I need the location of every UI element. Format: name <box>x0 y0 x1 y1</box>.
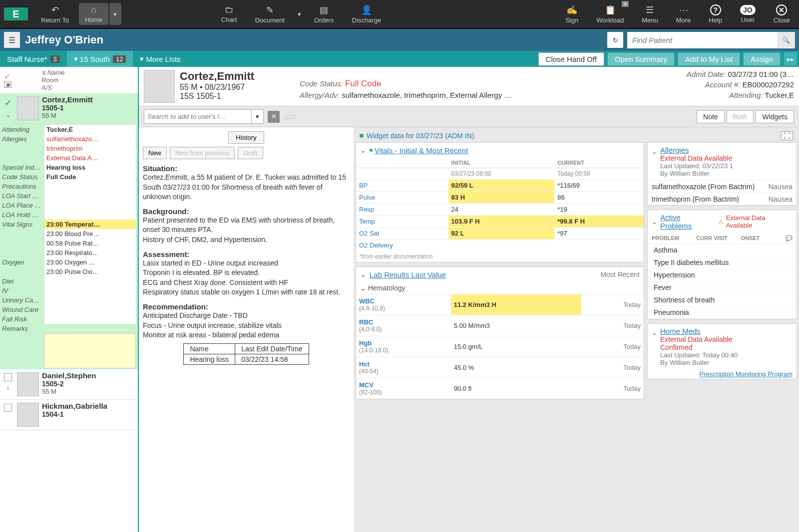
draft-button[interactable]: Draft <box>238 147 263 159</box>
clear-button[interactable]: ✕ <box>268 111 280 123</box>
checkbox[interactable] <box>4 404 12 412</box>
search-add-input[interactable] <box>144 109 252 124</box>
app-logo[interactable]: E <box>4 7 28 20</box>
meds-title[interactable]: Home Meds <box>660 327 738 335</box>
widgets-button[interactable]: Widgets <box>756 110 794 123</box>
check-icon[interactable]: ✓ <box>4 97 12 108</box>
document-button[interactable]: ✎ Document <box>246 0 294 28</box>
chevron-right-icon[interactable]: › <box>7 384 9 392</box>
allergy-external: External Data Available <box>660 154 733 162</box>
sort-room[interactable]: Room <box>41 76 64 84</box>
vitals-curr-time: Today 00:58 <box>554 168 644 180</box>
toggle-icon[interactable]: ⊙≡ <box>284 111 297 122</box>
patient-age: 55 M <box>42 388 136 395</box>
home-icon: ⌂ <box>91 4 96 15</box>
dlabel-urinary: Urinary Ca… <box>2 295 44 305</box>
orders-button[interactable]: ▤ Orders <box>305 0 343 28</box>
sign-button[interactable]: ✍ Sign <box>556 0 587 28</box>
search-add-dropdown[interactable]: ▾ <box>252 109 264 124</box>
dval-vital-2: 00:58 Pulse Rat… <box>44 239 136 248</box>
return-to-button[interactable]: ↶ Return To <box>32 0 78 28</box>
find-patient-search: 🔍 <box>627 32 795 48</box>
add-to-list-button[interactable]: Add to My List <box>678 52 740 66</box>
chevron-down-icon[interactable]: ⌄ <box>360 270 367 279</box>
patient-age: 55 M <box>42 112 136 119</box>
allergy-drug: sulfamethoxazole (From Bactrim) <box>652 183 755 191</box>
return-to-label: Return To <box>41 16 69 24</box>
tab-bar: Staff Nurse* 3 ▾ 15 South 12 ▾ More List… <box>0 51 799 67</box>
vitals-table: INITIALCURRENT 03/27/23 08:00Today 00:58… <box>356 158 644 251</box>
tab-staff-nurse[interactable]: Staff Nurse* 3 <box>0 51 67 67</box>
prescription-monitoring-link[interactable]: Prescription Monitoring Program <box>648 369 797 379</box>
menu-button[interactable]: ☰ Menu <box>633 0 667 28</box>
lab-name-cell: Hgb(14.0-18.0) <box>356 336 451 357</box>
tab-staff-nurse-count: 3 <box>50 55 60 63</box>
chevron-down-icon[interactable]: ⌄ <box>652 218 657 226</box>
chevron-down-icon[interactable]: ⌄ <box>652 148 657 155</box>
vitals-title[interactable]: Vitals - Initial & Most Recent <box>375 146 468 155</box>
more-icon: ⋯ <box>679 4 688 15</box>
discharge-button[interactable]: 👤 Discharge <box>343 0 391 28</box>
find-patient-input[interactable] <box>627 32 777 48</box>
note-th-date: Last Edit Date/Time <box>235 343 309 354</box>
close-button[interactable]: ✕ Close <box>765 0 799 28</box>
tab-15-south-count: 12 <box>113 55 126 63</box>
assign-button[interactable]: Assign <box>743 52 781 66</box>
patient-card-cortez[interactable]: ✓ ⌄ Cortez,Emmitt 1505-1 55 M <box>0 93 138 124</box>
lab-value: 90.0 fl <box>451 378 581 399</box>
more-button[interactable]: ⋯ More <box>667 0 700 28</box>
refresh-button[interactable]: ↻ <box>607 32 623 48</box>
patient-name: Daniel,Stephen <box>42 371 136 380</box>
archive-icon[interactable]: ▣ <box>4 81 11 88</box>
pt-demographics: 55 M • 08/23/1967 <box>180 83 300 92</box>
widget-column: Widget data for 03/27/23 (ADM IN) ⛶ ⌄ Vi… <box>354 127 799 532</box>
attending-label: Attending: <box>729 91 763 99</box>
history-button[interactable]: History <box>228 131 264 144</box>
hamburger-button[interactable]: ☰ <box>4 32 20 48</box>
widget-banner-text: Widget data for 03/27/23 (ADM IN) <box>367 132 474 140</box>
search-icon-button[interactable]: 🔍 <box>777 32 795 48</box>
user-button[interactable]: JO User <box>731 0 765 28</box>
help-button[interactable]: ? Help <box>700 0 731 28</box>
problem-row: Fever <box>648 281 797 294</box>
dlabel-code: Code Status <box>2 172 44 182</box>
document-dropdown[interactable]: ▾ <box>294 0 305 28</box>
home-dropdown[interactable]: ▾ <box>109 3 121 25</box>
remarks-textarea[interactable] <box>44 333 136 368</box>
new-from-prev-button[interactable]: New from previous <box>170 147 235 159</box>
sort-name[interactable]: Name <box>47 69 65 76</box>
vitals-initial: 92 L <box>448 228 555 240</box>
chevron-down-icon[interactable]: ⌄ <box>652 329 657 336</box>
more-actions-button[interactable]: ▸▸ <box>784 52 797 65</box>
check-all-icon[interactable]: ✓ <box>4 73 11 80</box>
list-header: ✓ ▣ ⇅ Name Room A/S <box>0 67 138 93</box>
patient-card-daniel[interactable]: › Daniel,Stephen 1505-2 55 M <box>0 369 138 400</box>
checkbox[interactable] <box>4 373 12 381</box>
lab-title[interactable]: Lab Results Last Value <box>370 270 446 279</box>
workload-button[interactable]: 4 📋 Workload <box>587 0 633 28</box>
close-handoff-button[interactable]: Close Hand Off <box>538 52 604 66</box>
vitals-row-label: BP <box>356 180 448 192</box>
problems-title[interactable]: Active Problems <box>660 213 714 230</box>
tab-more-lists[interactable]: ▾ More Lists <box>133 51 187 67</box>
both-button[interactable]: Both <box>727 110 754 123</box>
sort-as[interactable]: A/S <box>41 84 64 91</box>
allergy-row: trimethoprim (From Bactrim)Nausea <box>648 193 797 205</box>
patient-room: 1504-1 <box>42 410 136 418</box>
chart-button[interactable]: 🗀 Chart <box>212 0 246 28</box>
workload-label: Workload <box>596 16 624 24</box>
patient-bar: ☰ Jeffrey O'Brien ↻ 🔍 <box>0 29 799 51</box>
note-button[interactable]: Note <box>697 110 725 123</box>
patient-card-hickman[interactable]: Hickman,Gabriella 1504-1 <box>0 400 138 430</box>
tab-15-south[interactable]: ▾ 15 South 12 <box>67 51 133 67</box>
new-button[interactable]: New <box>143 147 167 159</box>
chevron-down-icon[interactable]: ⌄ <box>360 284 366 292</box>
allergy-title[interactable]: Allergies <box>660 146 733 154</box>
chevron-down-icon[interactable]: ⌄ <box>5 111 11 119</box>
open-summary-button[interactable]: Open Summary <box>607 52 675 66</box>
comment-icon[interactable]: 💬 <box>786 235 793 242</box>
expand-widgets-icon[interactable]: ⛶ <box>781 131 793 140</box>
chevron-down-icon[interactable]: ⌄ <box>360 146 367 155</box>
warning-icon: ⚠ <box>718 218 724 226</box>
home-button[interactable]: ⌂ Home <box>79 3 108 25</box>
